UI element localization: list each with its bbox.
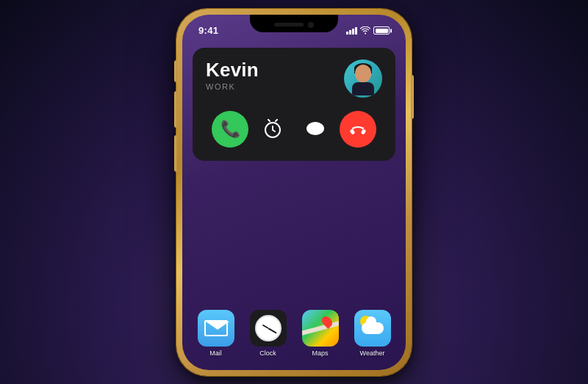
call-actions: 📞 bbox=[206, 111, 382, 148]
status-icons bbox=[346, 26, 390, 35]
battery-fill bbox=[376, 29, 388, 33]
volume-down-button[interactable] bbox=[174, 135, 177, 172]
svg-rect-6 bbox=[350, 128, 356, 135]
phone-accept-icon: 📞 bbox=[220, 120, 240, 139]
app-item-maps[interactable]: Maps bbox=[302, 310, 339, 357]
cell-bar-3 bbox=[352, 29, 354, 35]
app-item-clock[interactable]: Clock bbox=[250, 310, 287, 357]
call-header: Kevin WORK bbox=[206, 59, 382, 98]
clock-hour-hand bbox=[262, 324, 268, 328]
svg-rect-7 bbox=[361, 128, 367, 135]
wifi-icon bbox=[360, 26, 370, 35]
envelope bbox=[204, 320, 228, 336]
remind-me-button[interactable] bbox=[254, 111, 291, 148]
cell-bar-2 bbox=[349, 30, 351, 35]
avatar-body bbox=[352, 82, 374, 95]
message-button[interactable] bbox=[297, 111, 334, 148]
svg-line-2 bbox=[273, 130, 275, 131]
message-icon bbox=[305, 120, 326, 139]
app-item-weather[interactable]: Weather bbox=[354, 310, 391, 357]
cell-bar-4 bbox=[355, 27, 357, 35]
speaker bbox=[274, 23, 304, 26]
caller-label: WORK bbox=[206, 82, 344, 91]
clock-minute-hand bbox=[268, 327, 276, 333]
weather-cloud bbox=[362, 322, 384, 334]
maps-icon bbox=[302, 310, 339, 347]
cellular-icon bbox=[346, 27, 357, 35]
call-notification-card: Kevin WORK bbox=[193, 48, 395, 161]
mail-label: Mail bbox=[209, 349, 222, 357]
phone-decline-icon bbox=[348, 122, 368, 137]
phone-frame: 9:41 bbox=[176, 9, 412, 376]
power-button[interactable] bbox=[411, 75, 414, 119]
svg-line-4 bbox=[276, 120, 277, 121]
battery-icon bbox=[373, 26, 390, 35]
clock-remind-icon bbox=[262, 119, 283, 140]
front-camera bbox=[308, 22, 314, 28]
app-item-mail[interactable]: Mail bbox=[198, 310, 234, 357]
decline-call-button[interactable] bbox=[340, 111, 376, 148]
svg-line-3 bbox=[268, 120, 270, 121]
phone-screen: 9:41 bbox=[182, 15, 406, 370]
mail-icon bbox=[198, 310, 234, 347]
app-dock: Mail Clock bbox=[182, 310, 406, 357]
clock-face bbox=[255, 315, 282, 341]
accept-call-button[interactable]: 📞 bbox=[212, 111, 248, 148]
clock-icon bbox=[250, 310, 287, 347]
avatar-face bbox=[346, 62, 380, 95]
maps-label: Maps bbox=[312, 349, 328, 357]
clock-label: Clock bbox=[259, 349, 276, 357]
weather-icon bbox=[354, 310, 391, 347]
status-time: 9:41 bbox=[198, 25, 218, 36]
maps-road bbox=[302, 319, 339, 337]
envelope-flap bbox=[206, 322, 229, 330]
volume-up-button[interactable] bbox=[174, 91, 177, 128]
caller-avatar bbox=[344, 59, 382, 98]
weather-label: Weather bbox=[360, 349, 385, 357]
cell-bar-1 bbox=[346, 32, 348, 35]
notch bbox=[250, 15, 338, 32]
caller-name: Kevin bbox=[206, 59, 344, 81]
avatar-head bbox=[355, 65, 371, 82]
caller-info: Kevin WORK bbox=[206, 59, 344, 92]
svg-point-5 bbox=[306, 122, 324, 135]
mute-button[interactable] bbox=[174, 60, 177, 82]
scene: 9:41 bbox=[0, 0, 588, 384]
